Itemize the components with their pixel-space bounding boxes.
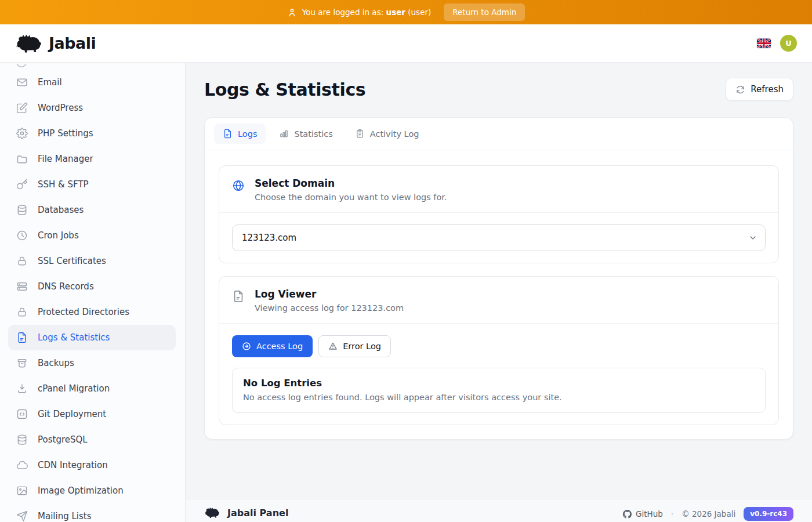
sidebar-item-label: PHP Settings [38,128,93,139]
sidebar-item-git-deployment[interactable]: Git Deployment [8,401,176,427]
tab-statistics[interactable]: Statistics [270,124,341,144]
error-log-button[interactable]: Error Log [318,335,391,357]
page-title: Logs & Statistics [204,79,365,100]
tab-logs[interactable]: Logs [214,124,266,144]
send-icon [16,510,28,522]
sidebar-item-label: Git Deployment [38,409,106,419]
impersonation-bar: You are logged in as: user (user) Return… [0,0,812,24]
sidebar-item-cpanel-migration[interactable]: cPanel Migration [8,376,176,401]
empty-log-title: No Log Entries [243,378,755,389]
version-badge[interactable]: v0.9-rc43 [744,507,793,521]
sidebar-item-label: cPanel Migration [38,383,110,394]
sidebar-item-file-manager[interactable]: File Manager [8,146,176,172]
sidebar-item-label: Logs & Statistics [38,332,110,343]
empty-log-box: No Log Entries No access log entries fou… [232,368,766,413]
file-text-icon [232,290,245,303]
sidebar-item-email[interactable]: Email [8,70,176,95]
sidebar-item-label: Image Optimization [38,485,124,496]
sidebar-item-logs-statistics[interactable]: Logs & Statistics [8,325,176,350]
sidebar-item-label: Backups [38,358,74,368]
select-domain-subtitle: Choose the domain you want to view logs … [255,193,447,202]
gear-icon [16,128,28,139]
sidebar-item-ssh-sftp[interactable]: SSH & SFTP [8,172,176,197]
impersonated-role: (user) [408,8,431,17]
arrow-right-circle-icon [242,342,251,351]
database-icon [16,434,28,445]
select-domain-card: Select Domain Choose the domain you want… [219,165,779,263]
main-content: Logs & Statistics Refresh LogsStatistics… [186,63,812,499]
sidebar-item-label: File Manager [38,154,93,164]
database-icon [16,204,28,216]
alert-triangle-icon [328,342,338,351]
download-icon [16,383,28,394]
language-flag-icon[interactable] [757,38,771,48]
brand-name: Jabali [49,34,96,52]
sidebar-item-label: CDN Integration [38,460,108,470]
boar-logo-icon [15,34,43,53]
sidebar-item-label: Mailing Lists [38,511,91,521]
log-viewer-subtitle: Viewing access log for 123123.com [255,303,404,313]
partial-scrolled-item-icon [0,64,185,70]
sidebar-item-backups[interactable]: Backups [8,350,176,376]
select-domain-title: Select Domain [255,177,447,189]
edit-icon [16,102,28,114]
file-text-icon [223,129,233,139]
tab-activity-log[interactable]: Activity Log [346,124,428,144]
sidebar-item-mailing-lists[interactable]: Mailing Lists [8,503,176,522]
folder-icon [16,153,28,165]
github-link[interactable]: GitHub [623,509,663,519]
sidebar-item-ssl-certificates[interactable]: SSL Certificates [8,248,176,274]
lock-icon [16,306,28,318]
sidebar-item-label: SSL Certificates [38,256,106,266]
tab-label: Statistics [294,129,332,139]
log-viewer-card: Log Viewer Viewing access log for 123123… [219,276,779,425]
sidebar-item-dns-records[interactable]: DNS Records [8,274,176,299]
sidebar-item-php-settings[interactable]: PHP Settings [8,121,176,146]
server-icon [16,281,28,292]
sidebar-item-wordpress[interactable]: WordPress [8,95,176,121]
key-icon [16,179,28,190]
sidebar-nav: EmailWordPressPHP SettingsFile ManagerSS… [0,63,186,522]
sidebar-item-label: DNS Records [38,281,94,292]
refresh-icon [735,85,745,95]
lock-icon [16,255,28,267]
footer-boar-logo-icon [204,507,220,519]
sidebar-item-label: SSH & SFTP [38,179,89,190]
access-log-button[interactable]: Access Log [232,335,313,357]
tab-bar: LogsStatisticsActivity Log [205,118,793,150]
file-text-icon [16,332,28,343]
clipboard-icon [355,129,365,139]
sidebar-item-postgresql[interactable]: PostgreSQL [8,427,176,452]
brand-logo[interactable]: Jabali [15,34,96,53]
sidebar-item-protected-directories[interactable]: Protected Directories [8,299,176,325]
github-icon [623,510,632,519]
impersonated-username: user [386,8,405,17]
mail-icon [16,77,28,88]
refresh-button[interactable]: Refresh [726,78,793,101]
return-to-admin-button[interactable]: Return to Admin [444,3,525,21]
sidebar-item-label: PostgreSQL [38,434,88,445]
tab-label: Logs [238,129,257,139]
logged-in-text: You are logged in as: user (user) [302,8,432,17]
empty-log-message: No access log entries found. Logs will a… [243,393,755,402]
sidebar-item-label: Email [38,77,62,88]
domain-select[interactable]: 123123.com [232,224,766,251]
user-icon [287,8,297,17]
sidebar-item-cron-jobs[interactable]: Cron Jobs [8,223,176,248]
sidebar-item-label: WordPress [38,103,83,113]
code-icon [16,408,28,420]
image-icon [16,485,28,496]
tab-label: Activity Log [370,129,419,139]
sidebar-items: EmailWordPressPHP SettingsFile ManagerSS… [0,70,185,522]
user-avatar[interactable]: U [780,35,797,52]
sidebar-item-databases[interactable]: Databases [8,197,176,223]
sidebar-item-image-optimization[interactable]: Image Optimization [8,478,176,503]
archive-icon [16,357,28,369]
cloud-icon [16,459,28,471]
logs-card: LogsStatisticsActivity Log [204,117,793,440]
sidebar-item-cdn-integration[interactable]: CDN Integration [8,452,176,478]
app-header: Jabali U [0,24,812,63]
globe-icon [232,179,245,192]
clock-icon [16,230,28,241]
sidebar-item-label: Protected Directories [38,307,129,317]
